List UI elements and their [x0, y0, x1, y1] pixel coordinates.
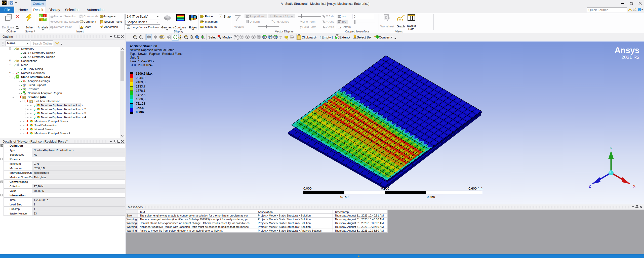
svg-text:Select: Select — [208, 35, 218, 39]
svg-text:123: 123 — [201, 16, 204, 17]
svg-text:0,600 (m): 0,600 (m) — [468, 187, 482, 190]
svg-text:x.y.z: x.y.z — [279, 35, 282, 37]
svg-text:x: x — [340, 15, 341, 16]
svg-text:0,450: 0,450 — [427, 195, 435, 199]
svg-text:X: X — [633, 184, 635, 188]
svg-text:100: 100 — [285, 36, 288, 38]
svg-text:MIN: MIN — [201, 26, 203, 28]
svg-text:Clipboard: Clipboard — [302, 35, 316, 39]
svg-text:Convert: Convert — [379, 35, 390, 39]
svg-text:MAX: MAX — [201, 21, 204, 23]
svg-text:Mode: Mode — [222, 35, 231, 39]
svg-text:Extend: Extend — [339, 35, 349, 39]
svg-text:Z: Z — [589, 184, 591, 188]
svg-text:x: x — [340, 16, 341, 18]
svg-text:0,150: 0,150 — [340, 195, 349, 199]
svg-text:?: ? — [639, 8, 640, 11]
svg-text:x: x — [340, 27, 341, 29]
svg-text:Select By: Select By — [357, 35, 371, 39]
svg-text:x: x — [340, 20, 341, 22]
svg-text:[ Empty ]: [ Empty ] — [320, 35, 333, 39]
svg-text:0,000: 0,000 — [303, 187, 312, 190]
svg-text:Y: Y — [610, 146, 612, 151]
svg-text:i: i — [31, 101, 31, 103]
svg-text:Abc: Abc — [291, 36, 294, 38]
svg-text:0,300: 0,300 — [381, 187, 389, 190]
